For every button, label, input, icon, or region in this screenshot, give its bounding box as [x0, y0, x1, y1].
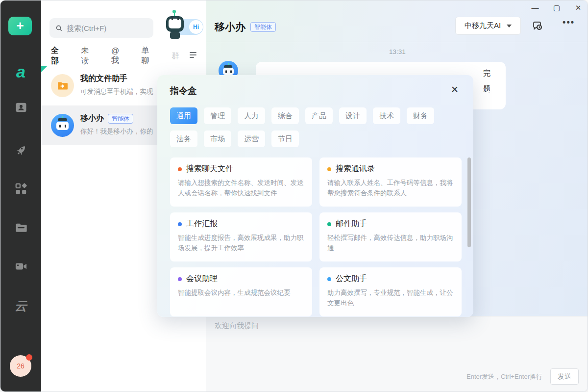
user-avatar[interactable]: 26 [10, 355, 31, 377]
command-card[interactable]: 搜索聊天文件 请输入想搜索的文件名称、发送时间、发送人或会话名称，帮你快速找到文… [170, 157, 312, 207]
chat-item-title: 我的文件助手 [80, 74, 127, 84]
send-shortcut-hint: Enter发送，Ctrl+Enter换行 [466, 372, 542, 381]
category-tab[interactable]: 通用 [170, 107, 197, 124]
app-window: + a 云 26 Hi [0, 0, 588, 392]
card-title: 搜索通讯录 [336, 164, 375, 174]
search-box[interactable] [49, 18, 153, 38]
category-tab[interactable]: 财务 [407, 107, 434, 124]
more-options-icon[interactable]: ••• [563, 17, 575, 27]
conversation-header: 移小办 智能体 中移九天AI ••• [206, 0, 588, 42]
card-title: 搜索聊天文件 [186, 164, 233, 174]
command-card[interactable]: 公文助手 助力高效撰写，专业规范，智能生成，让公文更出色 [319, 267, 462, 316]
card-dot-icon [327, 277, 331, 281]
contacts-icon[interactable] [0, 101, 41, 114]
tab-all[interactable]: 全部 [51, 46, 66, 66]
assistant-mascot[interactable]: Hi [162, 13, 204, 41]
modal-scrollbar[interactable] [467, 157, 471, 247]
card-description: 请输入想搜索的文件名称、发送时间、发送人或会话名称，帮你快速找到文件 [178, 178, 304, 199]
category-tab[interactable]: 人力 [238, 107, 265, 124]
command-card[interactable]: 邮件助手 轻松撰写邮件，高效传达信息，助力职场沟通 [319, 212, 462, 261]
card-dot-icon [178, 277, 182, 281]
files-icon[interactable] [0, 221, 41, 235]
agent-badge: 智能体 [250, 22, 276, 32]
command-card[interactable]: 工作汇报 智能生成进度报告，高效展现成果，助力职场发展，提升工作效率 [170, 212, 312, 261]
message-text-line: 题 [483, 84, 490, 94]
message-text-line: 完 [483, 69, 490, 78]
mascot-eye [177, 17, 179, 20]
unread-count-label: 26 [17, 362, 24, 370]
category-tab[interactable]: 综合 [271, 107, 299, 124]
card-title: 邮件助手 [336, 219, 367, 229]
card-description: 助力高效撰写，专业规范，智能生成，让公文更出色 [327, 288, 454, 309]
mascot-body [170, 32, 180, 39]
video-meeting-icon[interactable] [0, 260, 41, 273]
chat-item-title: 移小办 智能体 [80, 113, 133, 124]
tab-mentions[interactable]: @我 [111, 47, 127, 66]
category-tab[interactable]: 节日 [271, 131, 299, 147]
notification-dot [26, 354, 32, 361]
tab-group[interactable]: 群 [172, 51, 179, 61]
model-selector-label: 中移九天AI [465, 21, 501, 30]
category-tab[interactable]: 设计 [339, 107, 367, 124]
search-icon [55, 24, 63, 32]
rocket-icon[interactable] [0, 144, 41, 157]
message-input[interactable] [215, 321, 577, 366]
new-chat-button[interactable]: + [8, 17, 32, 35]
conversation-title: 移小办 [215, 20, 245, 34]
modal-title: 指令盒 [170, 85, 196, 97]
command-box-modal: 指令盒 ✕ 通用 管理 人力 综合 产品 设计 技术 财务 法务 市场 运营 节… [157, 75, 473, 317]
card-description: 智能生成进度报告，高效展现成果，助力职场发展，提升工作效率 [178, 233, 304, 254]
card-dot-icon [327, 167, 331, 171]
card-description: 请输入联系人姓名、工作号码等信息，我将帮您搜索符合条件的联系人 [327, 178, 454, 199]
card-description: 轻松撰写邮件，高效传达信息，助力职场沟通 [327, 233, 454, 254]
search-input[interactable] [67, 24, 147, 32]
mascot-antenna-dot [172, 10, 176, 13]
mascot-face [169, 19, 181, 28]
folder-icon [56, 79, 69, 92]
card-description: 智能提取会议内容，生成规范会议纪要 [178, 288, 304, 298]
category-tab[interactable]: 产品 [305, 107, 333, 124]
nav-rail: + a 云 26 [0, 0, 41, 392]
card-title: 会议助理 [186, 274, 218, 284]
category-tab[interactable]: 法务 [170, 131, 197, 147]
message-composer: Enter发送，Ctrl+Enter换行 发送 [206, 316, 588, 392]
category-tab[interactable]: 技术 [373, 107, 400, 124]
hi-label: Hi [189, 20, 203, 34]
send-button[interactable]: 发送 [550, 368, 579, 385]
conversation-filter-tabs: 全部 未读 @我 单聊 群 [51, 46, 198, 66]
tab-unread[interactable]: 未读 [81, 46, 96, 66]
command-card[interactable]: 会议助理 智能提取会议内容，生成规范会议纪要 [170, 267, 312, 316]
file-assistant-avatar [51, 74, 74, 97]
yixiaoban-avatar [51, 114, 74, 137]
command-category-tabs: 通用 管理 人力 综合 产品 设计 技术 财务 法务 市场 运营 节日 [170, 107, 454, 147]
category-tab[interactable]: 管理 [204, 107, 231, 124]
chat-history-icon[interactable] [532, 20, 543, 34]
app-logo-icon: a [0, 62, 41, 81]
mascot-eye [172, 17, 173, 20]
model-selector[interactable]: 中移九天AI [455, 17, 521, 35]
apps-icon[interactable] [0, 182, 41, 196]
modal-close-icon[interactable]: ✕ [451, 84, 459, 95]
command-card-grid: 搜索聊天文件 请输入想搜索的文件名称、发送时间、发送人或会话名称，帮你快速找到文… [170, 157, 462, 316]
card-dot-icon [178, 167, 182, 171]
agent-badge: 智能体 [108, 114, 133, 124]
command-card[interactable]: 搜索通讯录 请输入联系人姓名、工作号码等信息，我将帮您搜索符合条件的联系人 [319, 157, 462, 207]
card-title: 工作汇报 [186, 219, 218, 229]
category-tab[interactable]: 运营 [238, 131, 265, 147]
message-timestamp: 13:31 [206, 48, 588, 55]
card-title: 公文助手 [336, 274, 367, 284]
pinned-corner-marker [41, 66, 48, 72]
card-dot-icon [178, 222, 182, 226]
category-tab[interactable]: 市场 [204, 131, 231, 147]
chevron-down-icon [507, 25, 512, 27]
card-dot-icon [327, 222, 331, 226]
tab-direct[interactable]: 单聊 [142, 46, 157, 66]
cloud-disk-icon[interactable]: 云 [0, 298, 41, 314]
list-filter-icon[interactable] [188, 50, 198, 62]
